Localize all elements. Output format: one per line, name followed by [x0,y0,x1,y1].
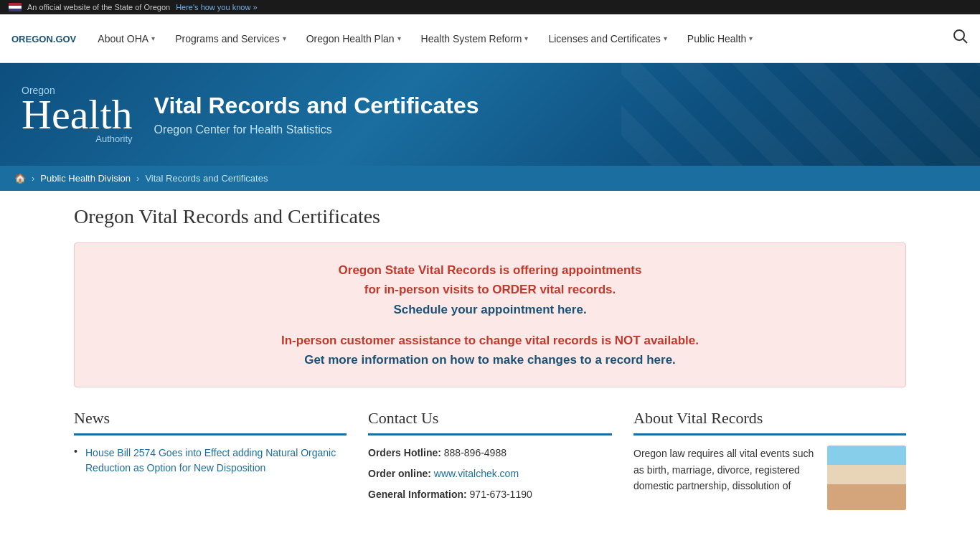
breadcrumb-home-link[interactable]: 🏠 [14,173,26,184]
notice-line-3: In-person customer assistance to change … [103,331,877,350]
notice-box: Oregon State Vital Records is offering a… [74,242,906,387]
notice-spacer [103,319,877,331]
contact-label-general: General Information: [368,489,467,500]
hero-title: Vital Records and Certificates [154,93,479,119]
about-image [827,446,906,510]
chevron-down-icon: ▾ [664,34,667,42]
three-columns: News House Bill 2574 Goes into Effect ad… [74,409,906,510]
main-nav: OREGON.GOV About OHA ▾ Programs and Serv… [0,14,980,63]
nav-item-about-oha[interactable]: About OHA ▾ [88,17,165,60]
official-text: An official website of the State of Oreg… [27,3,170,11]
breadcrumb-current: Vital Records and Certificates [145,173,268,184]
svg-point-2 [954,30,964,40]
nav-item-public-health[interactable]: Public Health ▾ [677,17,763,60]
contact-row-general: General Information: 971-673-1190 [368,487,612,502]
hero-section: Oregon Health Authority Vital Records an… [0,63,980,166]
content-area: Oregon Vital Records and Certificates Or… [60,205,920,510]
nav-item-licenses-certificates[interactable]: Licenses and Certificates ▾ [538,17,677,60]
news-list: House Bill 2574 Goes into Effect adding … [74,446,347,476]
hero-subtitle: Oregon Center for Health Statistics [154,123,479,136]
about-column: About Vital Records Oregon law requires … [633,409,906,510]
notice-changes-link: Get more information on how to make chan… [103,350,877,369]
contact-row-online: Order online: www.vitalchek.com [368,466,612,481]
contact-label-hotline: Orders Hotline: [368,447,441,458]
contact-value-general: 971-673-1190 [470,489,532,500]
chevron-down-icon: ▾ [749,34,753,42]
page-title: Oregon Vital Records and Certificates [74,205,906,228]
verify-link[interactable]: Here's how you know » [176,3,257,11]
breadcrumb: 🏠 › Public Health Division › Vital Recor… [0,166,980,191]
about-heading: About Vital Records [633,409,906,435]
contact-value-hotline: 888-896-4988 [444,447,507,458]
contact-column: Contact Us Orders Hotline: 888-896-4988 … [368,409,612,510]
oha-logo: Oregon Health Authority [22,85,133,144]
contact-heading: Contact Us [368,409,612,435]
contact-row-hotline: Orders Hotline: 888-896-4988 [368,446,612,461]
state-flag-icon [9,3,22,11]
chevron-down-icon: ▾ [524,34,528,42]
home-icon: 🏠 [14,173,26,184]
news-list-item: House Bill 2574 Goes into Effect adding … [74,446,347,476]
breadcrumb-link-public-health-division[interactable]: Public Health Division [40,173,131,184]
about-content: Oregon law requires all vital events suc… [633,446,906,510]
contact-label-online: Order online: [368,468,431,479]
breadcrumb-separator: › [136,173,139,184]
about-image-person [827,446,906,510]
nav-item-oregon-health-plan[interactable]: Oregon Health Plan ▾ [296,17,411,60]
svg-line-3 [963,39,967,43]
nav-item-programs-services[interactable]: Programs and Services ▾ [165,17,296,60]
search-icon [953,29,969,44]
notice-line-1: Oregon State Vital Records is offering a… [103,260,877,280]
notice-line-2: for in-person visits to ORDER vital reco… [103,280,877,299]
logo-area[interactable]: OREGON.GOV [6,33,76,44]
chevron-down-icon: ▾ [397,34,401,42]
breadcrumb-separator: › [32,173,34,184]
contact-link-vitalchek[interactable]: www.vitalchek.com [434,468,519,479]
make-changes-link[interactable]: Get more information on how to make chan… [304,353,676,367]
nav-item-health-system-reform[interactable]: Health System Reform ▾ [411,17,539,60]
top-bar: An official website of the State of Oreg… [0,0,980,14]
oregon-gov-logo: OREGON.GOV [11,33,76,44]
notice-schedule-link: Schedule your appointment here. [103,300,877,319]
schedule-appointment-link[interactable]: Schedule your appointment here [393,303,583,316]
news-item-link[interactable]: House Bill 2574 Goes into Effect adding … [85,447,336,474]
chevron-down-icon: ▾ [151,34,155,42]
about-text: Oregon law requires all vital events suc… [633,446,817,510]
hero-title-area: Vital Records and Certificates Oregon Ce… [154,93,479,136]
chevron-down-icon: ▾ [283,34,286,42]
search-button[interactable] [947,23,974,54]
news-column: News House Bill 2574 Goes into Effect ad… [74,409,347,510]
news-heading: News [74,409,347,435]
nav-items: About OHA ▾ Programs and Services ▾ Oreg… [88,17,947,60]
